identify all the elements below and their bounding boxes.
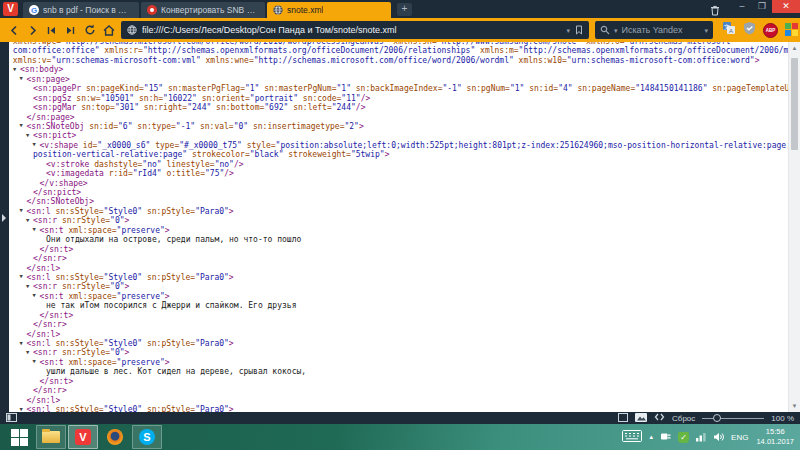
fast-forward-icon[interactable] xyxy=(61,21,80,39)
search-dropdown-icon[interactable]: ▾ xyxy=(704,27,708,34)
xml-line: </sn:l> xyxy=(9,264,788,273)
photo-extension-icon[interactable] xyxy=(785,23,799,37)
expander-arrow-icon[interactable]: ▼ xyxy=(20,208,23,214)
home-icon[interactable] xyxy=(99,21,118,39)
zoom-slider[interactable] xyxy=(702,414,764,423)
xml-tree: xmlns:wpc="http://schemas.microsoft.com/… xyxy=(9,42,788,412)
search-icon[interactable] xyxy=(600,21,610,39)
scrollbar-thumb[interactable] xyxy=(791,58,798,150)
reload-icon[interactable] xyxy=(80,21,99,39)
scroll-up-icon[interactable]: ▲ xyxy=(789,45,800,51)
closed-tabs-trash-icon[interactable] xyxy=(710,2,720,20)
expander-arrow-icon[interactable]: ▼ xyxy=(20,274,23,280)
xml-line: </sn:t> xyxy=(9,245,788,254)
taskbar-firefox[interactable] xyxy=(100,425,130,449)
volume-icon[interactable] xyxy=(713,428,725,446)
xml-line: <sn:pgMar sn:top="301" sn:right="244" sn… xyxy=(9,103,788,112)
xml-line: ▼<sn:r sn:rStyle="0"> xyxy=(9,348,788,357)
site-globe-icon xyxy=(127,21,137,39)
page-actions-icon[interactable] xyxy=(654,413,665,423)
address-url[interactable]: file:///C:/Users/Леся/Desktop/Сон Панда … xyxy=(142,25,561,35)
windows-logo-icon xyxy=(11,429,28,446)
page-content: xmlns:wpc="http://schemas.microsoft.com/… xyxy=(0,42,800,412)
zoom-slider-track[interactable] xyxy=(702,418,764,419)
bookmark-icon[interactable] xyxy=(575,21,583,39)
taskbar-skype[interactable]: S xyxy=(132,425,162,449)
language-indicator[interactable]: ENG xyxy=(731,433,748,442)
close-button[interactable]: ✕ xyxy=(772,0,800,13)
globe-favicon xyxy=(273,5,283,15)
extension-icons: 文A ABP xyxy=(722,21,799,39)
network-icon[interactable] xyxy=(695,428,707,446)
restore-button[interactable]: ❐ xyxy=(752,0,772,13)
security-center-icon[interactable]: ✓ xyxy=(678,432,689,443)
expander-arrow-icon[interactable]: ▼ xyxy=(20,76,23,82)
expander-arrow-icon[interactable]: ▼ xyxy=(33,227,36,233)
start-button[interactable] xyxy=(4,425,34,449)
expander-arrow-icon[interactable]: ▼ xyxy=(33,293,36,299)
translate-extension-icon[interactable]: 文A xyxy=(722,21,736,39)
search-engine-dropdown-icon[interactable]: ▾ xyxy=(614,27,618,34)
adblock-plus-extension-icon[interactable]: ABP xyxy=(763,23,778,38)
taskbar-vivaldi[interactable]: V xyxy=(68,425,98,449)
tab[interactable]: Конвертировать SNB в PDF xyxy=(141,2,265,18)
zoom-reset-button[interactable]: Сброс xyxy=(672,414,695,423)
folder-icon xyxy=(42,431,60,443)
expander-arrow-icon[interactable]: ▼ xyxy=(33,142,36,148)
minimize-button[interactable]: – xyxy=(732,0,752,13)
tab-active[interactable]: snote.xml xyxy=(267,2,391,18)
tiling-icon[interactable] xyxy=(618,413,628,424)
tab[interactable]: Gsnb в pdf - Поиск в Google xyxy=(23,2,139,18)
xml-line: position-vertical-relative:page" strokec… xyxy=(9,150,788,159)
xml-line: Они отдыхали на острове, среди пальм, но… xyxy=(9,235,788,244)
side-panel-strip[interactable] xyxy=(0,42,9,412)
taskbar-clock[interactable]: 15:56 14.01.2017 xyxy=(756,427,794,447)
hidden-icons-chevron[interactable]: ▲ xyxy=(648,434,654,440)
expander-arrow-icon[interactable]: ▼ xyxy=(26,133,29,139)
back-icon[interactable] xyxy=(4,21,23,39)
address-dropdown-icon[interactable]: ▾ xyxy=(566,27,570,34)
expander-arrow-icon[interactable]: ▼ xyxy=(20,123,23,129)
scroll-down-icon[interactable]: ▼ xyxy=(789,403,800,409)
expander-arrow-icon[interactable]: ▼ xyxy=(33,359,36,365)
xml-line: </sn:l> xyxy=(9,330,788,339)
taskbar-file-explorer[interactable] xyxy=(36,425,66,449)
xml-line: com:office:office" xmlns:r="http://schem… xyxy=(9,46,788,55)
xml-line: </sn:pict> xyxy=(9,188,788,197)
touch-keyboard-icon[interactable] xyxy=(622,428,642,446)
expander-arrow-icon[interactable]: ▼ xyxy=(26,284,29,290)
zoom-slider-knob[interactable] xyxy=(713,414,721,422)
new-tab-button[interactable]: + xyxy=(397,3,412,16)
xml-line: </sn:SNoteObj> xyxy=(9,197,788,206)
xml-line: ▼<sn:r sn:rStyle="0"> xyxy=(9,216,788,225)
expander-arrow-icon[interactable]: ▼ xyxy=(26,218,29,224)
power-plug-icon[interactable] xyxy=(660,428,672,446)
xml-line: ▼<sn:page> xyxy=(9,75,788,84)
rewind-icon[interactable] xyxy=(42,21,61,39)
panel-toggle-icon[interactable] xyxy=(6,413,17,424)
xml-line: <sn:pgSz sn:w="10501" sn:h="16022" sn:or… xyxy=(9,94,788,103)
expander-arrow-icon[interactable]: ▼ xyxy=(13,67,16,73)
search-placeholder[interactable]: Искать Yandex xyxy=(622,25,701,35)
images-toggle-icon[interactable] xyxy=(635,413,647,424)
forward-icon[interactable] xyxy=(23,21,42,39)
xml-line: </v:shape> xyxy=(9,179,788,188)
tab-bar: V Gsnb в pdf - Поиск в GoogleКонвертиров… xyxy=(0,0,800,18)
xml-line: ▼<sn:l sn:sStyle="Style0" sn:pStyle="Par… xyxy=(9,405,788,412)
skype-icon: S xyxy=(139,429,155,445)
search-field[interactable]: ▾ Искать Yandex ▾ xyxy=(595,21,713,39)
vertical-scrollbar[interactable]: ▲ ▼ xyxy=(788,42,800,412)
vivaldi-menu-button[interactable]: V xyxy=(3,2,18,16)
expander-arrow-icon[interactable]: ▼ xyxy=(26,350,29,356)
vivaldi-icon: V xyxy=(75,429,91,445)
xml-line: </sn:t> xyxy=(9,377,788,386)
address-bar[interactable]: file:///C:/Users/Леся/Desktop/Сон Панда … xyxy=(121,21,589,39)
expander-arrow-icon[interactable]: ▼ xyxy=(20,341,23,347)
xml-line: ▼<sn:l sn:sStyle="Style0" sn:pStyle="Par… xyxy=(9,273,788,282)
shield-extension-icon[interactable] xyxy=(743,21,756,39)
xml-line: ▼<v:shape id="_x0000_s6" type="#_x0000_t… xyxy=(9,141,788,150)
xml-line: xmlns:v="urn:schemas-microsoft-com:vml" … xyxy=(9,56,788,65)
zoom-level: 100 % xyxy=(771,414,794,423)
clock-time: 15:56 xyxy=(766,427,785,436)
panel-handle-icon[interactable] xyxy=(2,214,6,222)
